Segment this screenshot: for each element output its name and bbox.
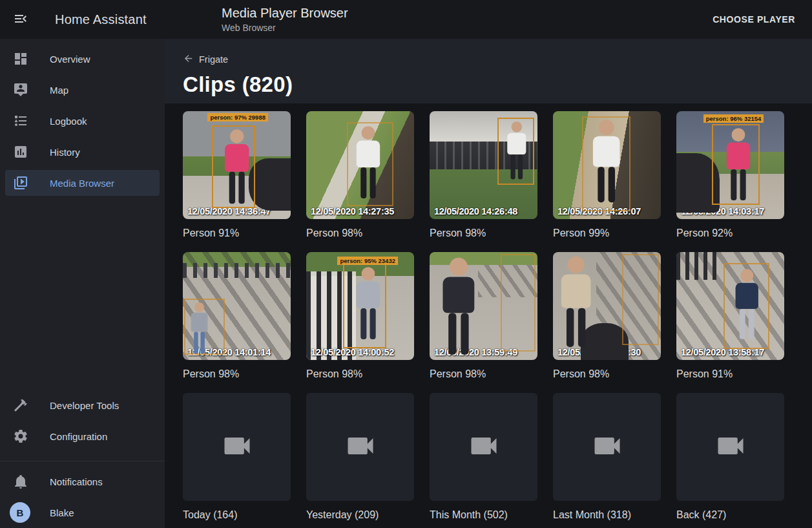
detection-bounding-box — [582, 116, 630, 211]
timestamp-overlay: 12/05/2020 14:03:17 — [681, 206, 764, 216]
clip-caption: Person 98% — [553, 368, 661, 380]
clip-grid: person: 97% 29988 12/05/2020 14:36:47 Pe… — [165, 103, 812, 528]
app-title: Home Assistant — [55, 12, 147, 27]
folder-caption: This Month (502) — [430, 509, 537, 521]
clip-card[interactable]: person: 96% 32154 12/05/2020 14:03:17 Pe… — [676, 111, 784, 239]
detection-bounding-box — [501, 254, 535, 351]
clip-thumbnail: person: 95% 23432 12/05/2020 14:00:52 — [306, 252, 414, 360]
media-browser-header: Frigate Clips (820) — [165, 39, 812, 103]
clip-caption: Person 98% — [430, 227, 537, 239]
sidebar-nav: Overview Map Logbook History Media Brows… — [0, 39, 165, 198]
sidebar-item-history[interactable]: History — [0, 136, 165, 167]
video-camera-icon — [220, 429, 254, 465]
page-title-block: Media Player Browser Web Browser — [222, 5, 348, 34]
sidebar-item-user-profile[interactable]: B Blake — [0, 497, 165, 528]
sidebar-item-label: Logbook — [50, 116, 87, 127]
sidebar-toggle-button[interactable] — [5, 4, 36, 35]
clip-thumbnail: 12/05/2020 13:59:49 — [430, 252, 537, 360]
folder-card-back[interactable]: Back (427) — [676, 393, 784, 521]
bulleted-list-icon — [13, 113, 28, 129]
detection-bounding-box — [212, 125, 255, 209]
detection-bounding-box — [343, 262, 386, 348]
bar-chart-box-icon — [13, 144, 28, 160]
clip-caption: Person 91% — [183, 227, 291, 239]
detection-bounding-box — [184, 299, 225, 355]
hammer-icon — [13, 397, 28, 413]
clip-thumbnail: person: 96% 32154 12/05/2020 14:03:17 — [676, 111, 784, 219]
folder-card-today[interactable]: Today (164) — [183, 393, 291, 521]
user-name: Blake — [50, 507, 74, 518]
sidebar-item-label: Overview — [50, 54, 90, 65]
timestamp-overlay: 12/05/2020 14:27:35 — [311, 206, 394, 216]
sidebar-item-label: Map — [50, 85, 68, 96]
detection-bounding-box — [724, 263, 769, 350]
sidebar-item-logbook[interactable]: Logbook — [0, 105, 165, 136]
folder-caption: Today (164) — [183, 509, 291, 521]
clip-card[interactable]: 12/05/2020 13:59:49 Person 98% — [430, 252, 537, 380]
sidebar-bottom: Developer Tools Configuration Notificati… — [0, 390, 165, 528]
gear-icon — [13, 428, 28, 444]
clip-row: person: 97% 29988 12/05/2020 14:36:47 Pe… — [183, 111, 812, 239]
clip-card[interactable]: 12/05/2020 13:58:30 Person 98% — [553, 252, 661, 380]
clip-caption: Person 92% — [676, 227, 784, 239]
clip-card[interactable]: person: 95% 23432 12/05/2020 14:00:52 Pe… — [306, 252, 414, 380]
folder-thumbnail — [306, 393, 414, 501]
sidebar-divider — [0, 461, 165, 461]
detection-bounding-box — [497, 118, 534, 185]
clip-thumbnail: 12/05/2020 14:26:48 — [430, 111, 537, 219]
clip-caption: Person 98% — [306, 368, 414, 380]
clip-card[interactable]: 12/05/2020 14:01:14 Person 98% — [183, 252, 291, 380]
detection-label: person: 97% 29988 — [207, 113, 268, 121]
sidebar-item-media-browser[interactable]: Media Browser — [5, 170, 160, 196]
folder-card-last-month[interactable]: Last Month (318) — [553, 393, 661, 521]
sidebar-item-overview[interactable]: Overview — [0, 43, 165, 74]
section-title: Clips (820) — [183, 72, 812, 97]
detection-label: person: 95% 23432 — [337, 257, 398, 265]
folder-row: Today (164) Yesterday (209) This Month (… — [183, 393, 812, 521]
folder-thumbnail — [553, 393, 661, 501]
page-title: Media Player Browser — [222, 5, 348, 21]
breadcrumb-back-link[interactable]: Frigate — [183, 53, 228, 66]
sidebar-item-label: Configuration — [50, 431, 107, 442]
choose-player-button[interactable]: CHOOSE PLAYER — [709, 9, 799, 30]
clip-card[interactable]: 12/05/2020 14:26:48 Person 98% — [430, 111, 537, 239]
clip-thumbnail: person: 97% 29988 12/05/2020 14:36:47 — [183, 111, 291, 219]
clip-thumbnail: 12/05/2020 14:26:07 — [553, 111, 661, 219]
page-subtitle: Web Browser — [222, 22, 348, 34]
top-app-bar: Home Assistant Media Player Browser Web … — [0, 0, 812, 39]
detection-bounding-box — [347, 122, 393, 206]
clip-card[interactable]: 12/05/2020 13:58:17 Person 91% — [676, 252, 784, 380]
clip-caption: Person 98% — [183, 368, 291, 380]
clip-card[interactable]: person: 97% 29988 12/05/2020 14:36:47 Pe… — [183, 111, 291, 239]
dashboard-icon — [13, 51, 28, 67]
play-box-multiple-icon — [13, 175, 28, 191]
folder-card-yesterday[interactable]: Yesterday (209) — [306, 393, 414, 521]
clip-card[interactable]: 12/05/2020 14:26:07 Person 99% — [553, 111, 661, 239]
sidebar: Overview Map Logbook History Media Brows… — [0, 39, 165, 528]
clip-thumbnail: 12/05/2020 14:01:14 — [183, 252, 291, 360]
clip-thumbnail: 12/05/2020 13:58:30 — [553, 252, 661, 360]
detection-bounding-box — [712, 124, 759, 205]
clip-thumbnail: 12/05/2020 13:58:17 — [676, 252, 784, 360]
folder-thumbnail — [183, 393, 291, 501]
folder-caption: Last Month (318) — [553, 509, 661, 521]
menu-open-icon — [13, 11, 28, 28]
clip-thumbnail: 12/05/2020 14:27:35 — [306, 111, 414, 219]
sidebar-item-notifications[interactable]: Notifications — [0, 466, 165, 497]
sidebar-item-label: Notifications — [50, 476, 103, 487]
detection-bounding-box — [622, 254, 659, 344]
sidebar-item-developer-tools[interactable]: Developer Tools — [0, 390, 165, 421]
clip-caption: Person 98% — [430, 368, 537, 380]
arrow-left-icon — [183, 53, 194, 66]
sidebar-item-configuration[interactable]: Configuration — [0, 421, 165, 452]
person-silhouette — [436, 257, 481, 358]
video-camera-icon — [714, 429, 747, 465]
folder-caption: Back (427) — [676, 509, 784, 521]
breadcrumb-label: Frigate — [199, 54, 228, 65]
person-silhouette — [555, 255, 597, 350]
detection-label: person: 96% 32154 — [703, 114, 764, 123]
sidebar-item-map[interactable]: Map — [0, 74, 165, 105]
folder-thumbnail — [676, 393, 784, 501]
folder-card-this-month[interactable]: This Month (502) — [430, 393, 537, 521]
clip-card[interactable]: 12/05/2020 14:27:35 Person 98% — [306, 111, 414, 239]
